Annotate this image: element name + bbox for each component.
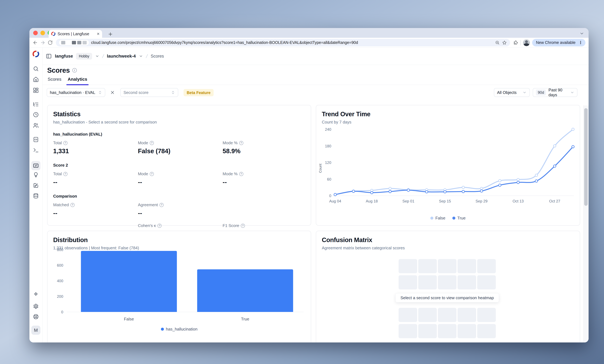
metric-value: False (784)	[138, 148, 221, 155]
help-icon[interactable]: ?	[70, 203, 75, 207]
profile-avatar[interactable]	[523, 39, 530, 46]
svg-text:Oct 27: Oct 27	[549, 199, 560, 203]
placeholder-tile-row	[399, 308, 496, 322]
placeholder-tile	[438, 275, 456, 289]
beta-feature-badge: Beta Feature	[184, 89, 214, 96]
svg-text:0: 0	[61, 310, 63, 314]
sidebar-toggle-icon[interactable]	[46, 53, 52, 59]
card-subtitle: Count by 7 days	[322, 120, 574, 125]
back-button[interactable]	[33, 40, 38, 45]
clear-score-button[interactable]	[110, 90, 115, 95]
comparison-section-heading: Comparison	[53, 194, 305, 199]
placeholder-tile	[477, 324, 496, 338]
help-icon[interactable]: ?	[63, 141, 67, 145]
appbar-divider	[42, 65, 589, 65]
project-name[interactable]: launchweek-4	[107, 54, 136, 59]
help-icon[interactable]: ?	[239, 141, 243, 145]
svg-text:200: 200	[57, 294, 63, 299]
object-type-select[interactable]: All Objects	[494, 88, 530, 97]
reload-button[interactable]	[48, 40, 53, 45]
svg-text:120: 120	[325, 161, 331, 165]
sidebar-item-sessions[interactable]	[33, 112, 39, 118]
redacted-site-info	[59, 40, 89, 45]
distribution-card: Distribution 1,331 observations | Most f…	[47, 231, 311, 342]
new-tab-button[interactable]	[108, 31, 113, 37]
whats-new-sparkle-icon[interactable]	[33, 292, 39, 298]
extensions-icon[interactable]	[513, 40, 518, 45]
desktop: { "icons": { "help": "?", "info": "i" },…	[0, 0, 604, 364]
tab-title: Scores | Langfuse	[58, 32, 95, 36]
address-bar[interactable]: cloud.langfuse.com/project/cmhnuoj660007…	[56, 39, 510, 46]
project-chevron-icon[interactable]	[139, 54, 143, 58]
help-icon[interactable]: ?	[150, 141, 154, 145]
zoom-icon[interactable]	[495, 40, 500, 45]
score2-section-heading: Score 2	[53, 163, 305, 168]
svg-text:Sep 15: Sep 15	[439, 199, 451, 203]
chevrons-up-down-icon	[98, 90, 102, 95]
distribution-legend: has_hallucination	[48, 327, 311, 332]
minimize-window-button[interactable]	[40, 31, 45, 35]
bookmark-star-icon[interactable]	[502, 40, 507, 45]
org-name[interactable]: langfuse	[55, 54, 73, 59]
tab-search-chevron-icon[interactable]	[579, 31, 584, 36]
placeholder-message: Select a second score to view comparison…	[395, 293, 499, 302]
sidebar-item-home[interactable]	[33, 76, 39, 82]
svg-text:False: False	[124, 317, 134, 321]
browser-menu-icon[interactable]: ⋮	[578, 40, 584, 45]
sidebar-item-tracing[interactable]	[33, 101, 39, 107]
info-icon[interactable]: i	[72, 68, 77, 73]
metric-value: --	[53, 178, 136, 186]
page-title: Scores	[47, 66, 70, 74]
range-label: Past 90 days	[548, 88, 568, 97]
sidebar-item-evaluation[interactable]	[33, 172, 39, 178]
distribution-bar-chart: 0200400600800FalseTrue	[52, 247, 306, 329]
sidebar-item-search[interactable]	[33, 66, 39, 72]
help-icon[interactable]: ?	[160, 203, 164, 207]
sidebar-item-datasets[interactable]	[33, 193, 39, 199]
placeholder-tile	[438, 259, 456, 273]
score1-section-heading: has_hallucination (EVAL)	[53, 132, 305, 137]
scrollbar-thumb[interactable]	[584, 108, 588, 206]
metric-label: Mode	[138, 140, 148, 145]
browser-window: Scores | Langfuse × cloud.langfuse.com/p…	[29, 28, 589, 342]
statistics-card: Statistics has_hallucination - Select a …	[47, 105, 311, 226]
placeholder-tile	[418, 275, 437, 289]
placeholder-tile-row	[399, 275, 496, 289]
svg-text:60: 60	[327, 177, 331, 181]
date-range-select[interactable]: 90d Past 90 days	[533, 88, 578, 97]
new-chrome-available-button[interactable]: New Chrome available ⋮	[532, 39, 585, 46]
tab-scores[interactable]: Scores	[48, 77, 61, 85]
help-icon[interactable]: ?	[157, 224, 162, 228]
filter-bar: has_hallucination · EVAL Second score Be…	[29, 88, 589, 98]
placeholder-tile	[458, 308, 476, 322]
sidebar-item-users[interactable]	[33, 122, 39, 128]
svg-text:800: 800	[57, 248, 63, 252]
support-lifebuoy-icon[interactable]	[33, 314, 39, 320]
metric-label: Agreement	[138, 202, 158, 207]
sidebar-item-annotation[interactable]	[33, 182, 39, 188]
scrollbar-track[interactable]	[583, 105, 589, 342]
settings-gear-icon[interactable]	[33, 303, 39, 309]
placeholder-tile	[458, 324, 476, 338]
forward-button[interactable]	[40, 40, 45, 45]
metric-value: 58.9%	[223, 148, 305, 155]
user-avatar[interactable]: M	[31, 326, 40, 335]
browser-tab[interactable]: Scores | Langfuse ×	[49, 30, 102, 38]
sidebar-item-scores[interactable]	[31, 161, 40, 170]
legend-item: has_hallucination	[161, 327, 198, 332]
score2-select[interactable]: Second score	[120, 88, 178, 97]
tab-analytics[interactable]: Analytics	[68, 77, 87, 85]
help-icon[interactable]: ?	[150, 172, 154, 176]
sidebar-item-playground[interactable]	[33, 147, 39, 153]
help-icon[interactable]: ?	[241, 224, 245, 228]
help-icon[interactable]: ?	[239, 172, 243, 176]
org-chevron-icon[interactable]	[95, 54, 99, 58]
close-tab-icon[interactable]: ×	[97, 31, 100, 36]
sidebar-item-prompts[interactable]	[33, 137, 39, 142]
placeholder-tile-row	[399, 259, 496, 273]
help-icon[interactable]: ?	[63, 172, 67, 176]
breadcrumb-current: Scores	[151, 54, 164, 59]
sidebar-item-dashboards[interactable]	[33, 87, 39, 93]
score1-select[interactable]: has_hallucination · EVAL	[47, 88, 105, 97]
close-window-button[interactable]	[33, 31, 38, 35]
